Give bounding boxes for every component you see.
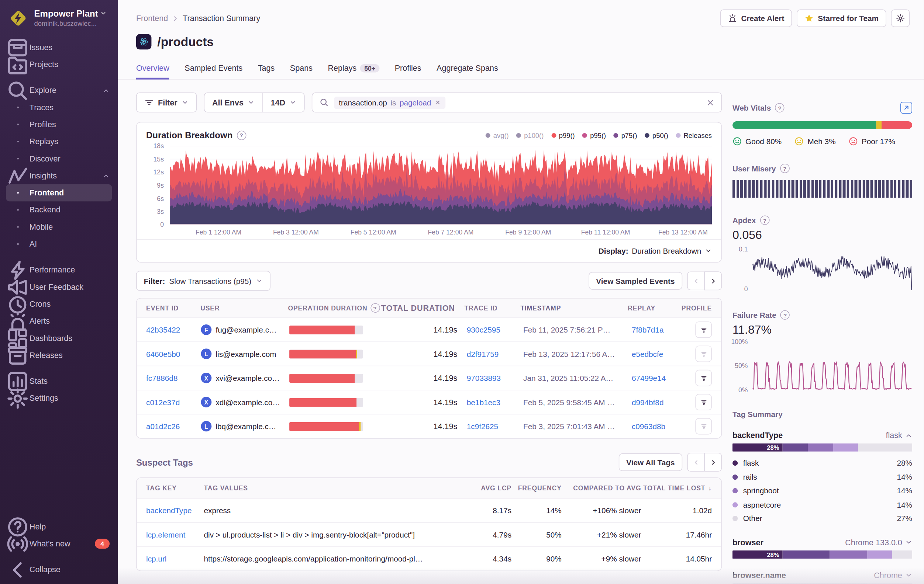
legend-item-p99[interactable]: p99(): [551, 132, 575, 139]
breadcrumb-parent[interactable]: Frontend: [136, 14, 168, 23]
help-icon[interactable]: ?: [780, 164, 790, 173]
replay-id-link[interactable]: 7f8b7d1a: [632, 325, 664, 334]
event-id-link[interactable]: 42b35422: [146, 325, 180, 334]
column-header-replay[interactable]: REPLAY: [628, 304, 681, 311]
column-header-tag-key[interactable]: TAG KEY: [146, 484, 204, 492]
profile-button[interactable]: [695, 370, 712, 387]
trace-id-link[interactable]: 97033893: [467, 373, 501, 382]
legend-item-p75[interactable]: p75(): [614, 132, 637, 139]
event-id-link[interactable]: fc7886d8: [146, 373, 178, 382]
tag-key-link[interactable]: backendType: [146, 506, 192, 515]
view-all-tags-button[interactable]: View All Tags: [619, 454, 683, 471]
column-header-event-id[interactable]: EVENT ID: [146, 304, 200, 311]
prev-page-button[interactable]: [687, 453, 704, 472]
sidebar-item-releases[interactable]: Releases: [6, 347, 112, 364]
trace-id-link[interactable]: be1b1ec3: [467, 398, 500, 407]
replay-id-link[interactable]: 67499e14: [632, 373, 666, 382]
tab-profiles[interactable]: Profiles: [395, 60, 421, 80]
legend-item-p50[interactable]: p50(): [645, 132, 668, 139]
date-range-picker[interactable]: 14D: [263, 98, 304, 107]
org-switcher[interactable]: Empower Plant dominik.buszowiec...: [0, 0, 118, 34]
tab-spans[interactable]: Spans: [290, 60, 313, 80]
profile-button[interactable]: [695, 394, 712, 410]
next-page-button[interactable]: [704, 271, 722, 290]
tab-sampled-events[interactable]: Sampled Events: [185, 60, 243, 80]
profile-button[interactable]: [695, 321, 712, 338]
column-header-total-time-lost[interactable]: TOTAL TIME LOST↓: [641, 484, 712, 492]
view-sampled-events-button[interactable]: View Sampled Events: [589, 272, 683, 290]
tag-key-link[interactable]: lcp.url: [146, 554, 167, 563]
tag-legend-row[interactable]: rails14%: [733, 470, 912, 484]
next-page-button[interactable]: [704, 453, 722, 472]
tab-overview[interactable]: Overview: [136, 60, 169, 80]
filter-button[interactable]: Filter: [137, 98, 196, 107]
event-id-link[interactable]: a01d2c26: [146, 422, 180, 431]
tag-legend-row[interactable]: aspnetcore14%: [733, 498, 912, 512]
trace-id-link[interactable]: 930c2595: [467, 325, 500, 334]
sidebar-item-settings[interactable]: Settings: [6, 390, 112, 407]
profile-button[interactable]: [695, 418, 712, 435]
chevron-down-icon[interactable]: [705, 247, 712, 254]
column-header-avg-lcp[interactable]: AVG LCP: [470, 484, 512, 492]
starred-for-team-button[interactable]: Starred for Team: [797, 10, 886, 27]
tab-tags[interactable]: Tags: [258, 60, 275, 80]
tag-legend-row[interactable]: flask28%: [733, 456, 912, 470]
replay-id-link[interactable]: c0963d8b: [632, 422, 665, 431]
sidebar-item-what-s-new[interactable]: What's new4: [6, 535, 112, 552]
remove-token-icon[interactable]: [435, 100, 441, 105]
sidebar-item-backend[interactable]: Backend: [6, 201, 112, 218]
duration-chart-plot[interactable]: [170, 146, 712, 224]
trace-id-link[interactable]: d2f91759: [467, 349, 499, 359]
sidebar-item-collapse[interactable]: Collapse: [6, 561, 112, 578]
search-input[interactable]: transaction.op is pageload: [312, 92, 722, 112]
legend-item-Releases[interactable]: Releases: [676, 132, 712, 139]
clear-search-icon[interactable]: [707, 99, 714, 106]
environment-picker[interactable]: All Envs: [205, 98, 262, 107]
sidebar-item-projects[interactable]: Projects: [6, 56, 112, 73]
tag-selected-value[interactable]: flask: [886, 431, 912, 440]
sidebar-item-ai[interactable]: AI: [6, 235, 112, 253]
help-icon[interactable]: ?: [371, 303, 380, 313]
tag-key-link[interactable]: lcp.element: [146, 530, 185, 539]
sidebar-item-explore[interactable]: Explore: [6, 82, 112, 99]
help-icon[interactable]: ?: [780, 311, 790, 320]
column-header-frequency[interactable]: FREQUENCY: [512, 484, 562, 492]
column-header-compared-to-avg[interactable]: COMPARED TO AVG: [562, 484, 641, 492]
tag-legend-row[interactable]: Other27%: [733, 512, 912, 526]
column-header-trace-id[interactable]: TRACE ID: [464, 304, 520, 311]
sidebar-item-insights[interactable]: Insights: [6, 168, 112, 184]
replay-id-link[interactable]: d994bf8d: [632, 398, 664, 407]
help-icon[interactable]: ?: [775, 103, 784, 112]
column-header-user[interactable]: USER: [200, 304, 288, 311]
tab-aggregate-spans[interactable]: Aggregate Spans: [437, 60, 498, 80]
help-icon[interactable]: ?: [236, 130, 246, 140]
event-id-link[interactable]: c012e37d: [146, 398, 180, 407]
search-token[interactable]: transaction.op is pageload: [334, 96, 446, 109]
legend-item-avg[interactable]: avg(): [486, 132, 509, 139]
sidebar-item-mobile[interactable]: Mobile: [6, 218, 112, 235]
column-header-total-duration[interactable]: TOTAL DURATION: [396, 303, 455, 312]
events-filter-dropdown[interactable]: Filter: Slow Transactions (p95): [136, 271, 270, 291]
column-header-operation-duration[interactable]: OPERATION DURATION?: [288, 303, 396, 313]
legend-item-p100[interactable]: p100(): [516, 132, 544, 139]
help-icon[interactable]: ?: [760, 216, 770, 225]
replay-id-link[interactable]: e5edbcfe: [632, 349, 663, 359]
column-header-timestamp[interactable]: TIMESTAMP: [520, 304, 628, 311]
tag-legend-row[interactable]: springboot14%: [733, 484, 912, 498]
open-web-vitals-icon[interactable]: [900, 102, 912, 114]
sidebar-item-profiles[interactable]: Profiles: [6, 116, 112, 133]
column-header-profile[interactable]: PROFILE: [681, 304, 712, 311]
legend-item-p95[interactable]: p95(): [582, 132, 606, 139]
column-header-tag-values[interactable]: TAG VALUES: [204, 484, 470, 492]
profile-button[interactable]: [695, 345, 712, 362]
event-id-link[interactable]: 6460e5b0: [146, 349, 180, 359]
trace-id-link[interactable]: 1c9f2625: [467, 422, 498, 431]
create-alert-button[interactable]: Create Alert: [720, 10, 792, 27]
tag-selected-value[interactable]: Chrome 133.0.0: [845, 538, 912, 547]
sidebar-item-replays[interactable]: Replays: [6, 133, 112, 150]
settings-button[interactable]: [891, 10, 910, 27]
prev-page-button[interactable]: [687, 271, 704, 290]
tag-selected-value[interactable]: Chrome: [874, 571, 912, 579]
tab-replays[interactable]: Replays50+: [328, 60, 380, 80]
display-value[interactable]: Duration Breakdown: [632, 246, 701, 255]
